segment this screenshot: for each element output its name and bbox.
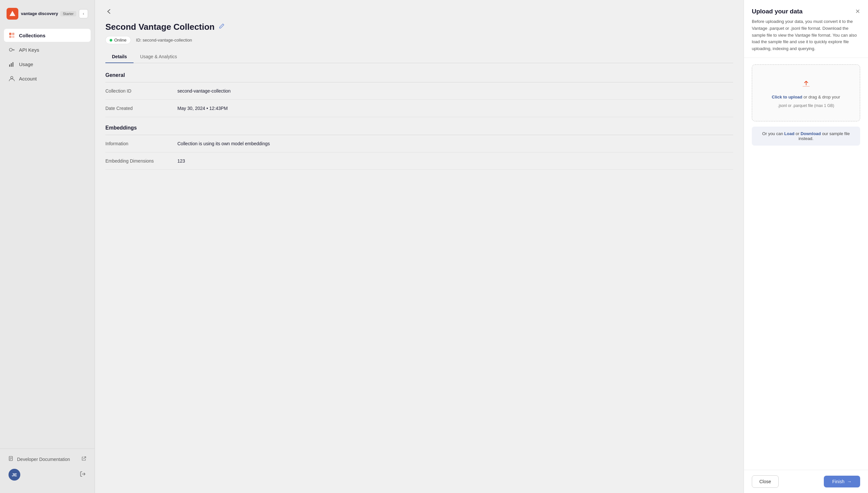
collection-meta: Online ID: second-vantage-collection xyxy=(105,36,733,44)
embedding-dimensions-row: Embedding Dimensions 123 xyxy=(105,152,733,170)
dev-docs-label: Developer Documentation xyxy=(17,457,70,462)
sidebar: vantage discovery Starter ‹ Collections xyxy=(0,0,95,493)
collection-id-label: Collection ID xyxy=(105,88,177,93)
sidebar-bottom: Developer Documentation JE xyxy=(0,449,94,488)
logo-brand: vantage discovery xyxy=(21,11,58,16)
sidebar-item-usage[interactable]: Usage xyxy=(4,58,91,71)
sample-bar: Or you can Load or Download our sample f… xyxy=(752,127,860,146)
svg-rect-10 xyxy=(11,63,12,67)
svg-rect-2 xyxy=(12,33,15,35)
svg-point-13 xyxy=(11,77,13,79)
main-content: Second Vantage Collection Online ID: sec… xyxy=(95,0,744,493)
sidebar-logo-area: vantage discovery Starter ‹ xyxy=(0,5,94,26)
api-keys-icon xyxy=(8,46,15,53)
svg-rect-9 xyxy=(9,64,10,67)
collections-icon xyxy=(8,32,15,39)
date-created-label: Date Created xyxy=(105,106,177,111)
embeddings-section: Embeddings Information Collection is usi… xyxy=(105,125,733,170)
date-created-value: May 30, 2024 • 12:43PM xyxy=(177,106,228,111)
logo: vantage discovery xyxy=(6,8,58,20)
svg-rect-11 xyxy=(13,62,14,67)
panel-description: Before uploading your data, you must con… xyxy=(752,18,860,52)
collapse-button[interactable]: ‹ xyxy=(79,9,88,18)
upload-file-types: .jsonl or .parquet file (max 1 GB) xyxy=(778,103,834,108)
information-row: Information Collection is using its own … xyxy=(105,135,733,152)
status-label: Online xyxy=(114,38,127,43)
collection-title: Second Vantage Collection xyxy=(105,22,215,32)
logout-button[interactable] xyxy=(80,471,86,479)
tabs: Details Usage & Analytics xyxy=(105,51,733,63)
panel-header: Upload your data ✕ Before uploading your… xyxy=(744,0,868,58)
svg-rect-1 xyxy=(9,33,12,35)
plan-badge: Starter xyxy=(60,11,76,16)
download-sample-link[interactable]: Download xyxy=(801,131,821,136)
svg-rect-4 xyxy=(12,36,15,38)
tab-details[interactable]: Details xyxy=(105,51,133,63)
panel-body: Click to upload or drag & drop your .jso… xyxy=(744,58,868,470)
panel-close-x[interactable]: ✕ xyxy=(855,8,860,15)
finish-button[interactable]: Finish → xyxy=(824,476,860,488)
close-button[interactable]: Close xyxy=(752,475,779,488)
general-section-title: General xyxy=(105,72,733,82)
svg-rect-3 xyxy=(9,36,12,38)
sample-prefix: Or you can xyxy=(762,131,784,136)
sidebar-item-label-account: Account xyxy=(19,76,37,82)
nav-items: Collections API Keys xyxy=(0,26,94,449)
information-label: Information xyxy=(105,141,177,146)
finish-arrow-icon: → xyxy=(847,479,852,484)
panel-footer: Close Finish → xyxy=(744,470,868,493)
svg-point-5 xyxy=(9,48,13,51)
click-to-upload-link[interactable]: Click to upload xyxy=(772,94,802,100)
dev-docs-link[interactable]: Developer Documentation xyxy=(6,453,88,466)
user-avatar: JE xyxy=(8,469,20,480)
sample-separator: or xyxy=(796,131,801,136)
back-button[interactable] xyxy=(105,8,112,17)
user-row: JE xyxy=(6,466,88,484)
upload-icon xyxy=(801,78,811,91)
collection-header: Second Vantage Collection xyxy=(105,22,733,32)
sidebar-item-account[interactable]: Account xyxy=(4,72,91,85)
upload-text: Click to upload or drag & drop your xyxy=(772,94,840,100)
status-badge: Online xyxy=(105,36,131,44)
embeddings-section-title: Embeddings xyxy=(105,125,733,135)
logo-text: vantage discovery xyxy=(21,11,58,16)
upload-dropzone[interactable]: Click to upload or drag & drop your .jso… xyxy=(752,64,860,121)
sidebar-item-collections[interactable]: Collections xyxy=(4,29,91,42)
collection-id: ID: second-vantage-collection xyxy=(136,38,192,43)
load-sample-link[interactable]: Load xyxy=(784,131,795,136)
account-icon xyxy=(8,75,15,82)
collection-id-value: second-vantage-collection xyxy=(177,88,231,93)
status-dot xyxy=(110,39,112,42)
sidebar-item-label-usage: Usage xyxy=(19,62,33,67)
embedding-dimensions-value: 123 xyxy=(177,158,185,164)
logo-icon xyxy=(6,8,18,20)
finish-label: Finish xyxy=(832,479,844,484)
external-link-icon xyxy=(82,456,86,462)
sidebar-item-label-collections: Collections xyxy=(19,33,45,38)
date-created-row: Date Created May 30, 2024 • 12:43PM xyxy=(105,100,733,117)
tab-usage-analytics[interactable]: Usage & Analytics xyxy=(133,51,184,63)
usage-icon xyxy=(8,61,15,67)
right-panel: Upload your data ✕ Before uploading your… xyxy=(744,0,868,493)
collection-id-row: Collection ID second-vantage-collection xyxy=(105,82,733,100)
embedding-dimensions-label: Embedding Dimensions xyxy=(105,158,177,164)
panel-title: Upload your data xyxy=(752,8,803,15)
panel-title-row: Upload your data ✕ xyxy=(752,8,860,15)
sidebar-item-label-api-keys: API Keys xyxy=(19,47,39,53)
edit-icon[interactable] xyxy=(219,23,225,31)
sidebar-item-api-keys[interactable]: API Keys xyxy=(4,43,91,56)
svg-marker-0 xyxy=(9,11,15,16)
information-value: Collection is using its own model embedd… xyxy=(177,141,270,146)
general-section: General Collection ID second-vantage-col… xyxy=(105,72,733,117)
svg-line-18 xyxy=(83,457,86,459)
doc-icon xyxy=(8,456,14,462)
